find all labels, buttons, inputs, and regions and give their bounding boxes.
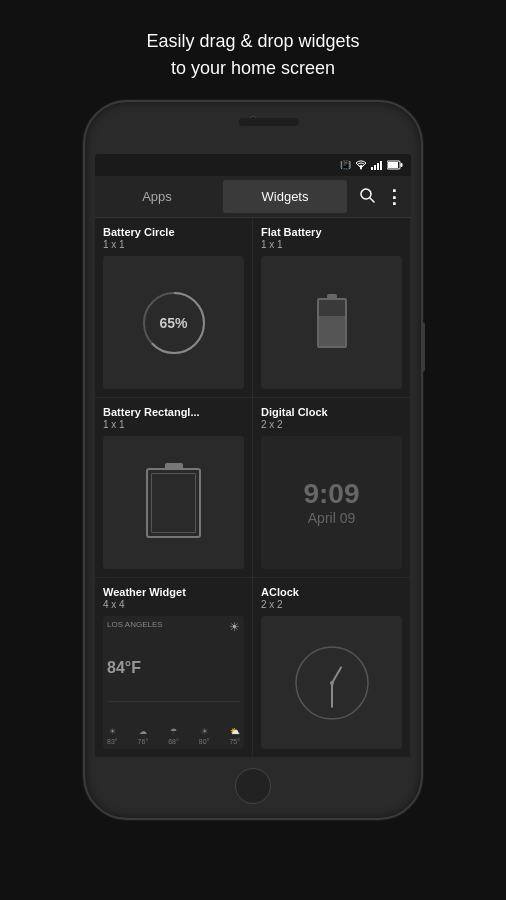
widget-preview-battery-circle[interactable]: 65%	[103, 256, 244, 389]
weather-day-sun: ☀ 83°	[107, 727, 118, 745]
tab-actions: ⋮	[351, 187, 411, 207]
tab-widgets-label: Widgets	[262, 189, 309, 204]
weather-day-wed: ☀ 80°	[199, 727, 210, 745]
svg-rect-1	[371, 167, 373, 170]
widget-name: Flat Battery	[261, 226, 402, 238]
more-options-icon[interactable]: ⋮	[385, 188, 403, 206]
tagline: Easily drag & drop widgets to your home …	[146, 28, 359, 82]
battery-rect-inner	[151, 473, 196, 533]
battery-rect-icon	[146, 468, 201, 538]
weather-day-icon: ☁	[139, 727, 147, 736]
battery-icon	[387, 160, 403, 170]
flat-battery-fill	[319, 316, 345, 346]
svg-point-0	[360, 168, 362, 170]
weather-day-icon: ☀	[109, 727, 116, 736]
search-icon[interactable]	[359, 187, 375, 207]
phone-screen: 📳	[95, 154, 411, 758]
widget-preview-battery-rect[interactable]	[103, 436, 244, 569]
tab-apps[interactable]: Apps	[95, 176, 219, 217]
weather-day-icon: ☀	[201, 727, 208, 736]
wifi-icon	[355, 160, 367, 170]
weather-day-mon: ☁ 76°	[138, 727, 149, 745]
widget-name: Digital Clock	[261, 406, 402, 418]
widget-cell-weather: Weather Widget 4 x 4 LOS ANGELES ☀ 84°F	[95, 578, 253, 758]
digital-clock-graphic: 9:09 April 09	[261, 436, 402, 569]
phone-body: 📳	[83, 100, 423, 820]
svg-rect-2	[374, 165, 376, 170]
weather-divider	[107, 701, 240, 702]
phone-home-button[interactable]	[235, 768, 271, 804]
weather-day-temp: 83°	[107, 738, 118, 745]
svg-rect-7	[388, 162, 398, 168]
vibrate-icon: 📳	[340, 160, 351, 170]
weather-day-thu: ⛅ 75°	[229, 727, 240, 745]
widget-name: Battery Rectangl...	[103, 406, 244, 418]
phone-device: 📳	[83, 100, 423, 820]
svg-rect-4	[380, 161, 382, 170]
weather-sun-icon: ☀	[229, 620, 240, 634]
weather-day-temp: 80°	[199, 738, 210, 745]
aclock-graphic	[292, 643, 372, 723]
widget-cell-aclock: AClock 2 x 2	[253, 578, 411, 758]
svg-line-13	[332, 667, 341, 683]
widget-cell-battery-circle: Battery Circle 1 x 1 65%	[95, 218, 253, 398]
widget-preview-flat-battery[interactable]	[261, 256, 402, 389]
weather-temp: 84°F	[107, 659, 240, 677]
widget-size: 1 x 1	[103, 419, 244, 430]
phone-side-button[interactable]	[421, 322, 425, 372]
widget-preview-digital-clock[interactable]: 9:09 April 09	[261, 436, 402, 569]
widget-preview-aclock[interactable]	[261, 616, 402, 749]
weather-day-temp: 76°	[138, 738, 149, 745]
weather-day-tue: ☂ 68°	[168, 727, 179, 745]
widget-grid: Battery Circle 1 x 1 65% F	[95, 218, 411, 758]
widget-size: 1 x 1	[103, 239, 244, 250]
weather-day-icon: ⛅	[230, 727, 240, 736]
widget-size: 4 x 4	[103, 599, 244, 610]
weather-graphic: LOS ANGELES ☀ 84°F ☀ 83°	[103, 616, 244, 749]
tab-widgets[interactable]: Widgets	[223, 180, 347, 213]
widget-cell-flat-battery: Flat Battery 1 x 1	[253, 218, 411, 398]
digital-clock-time: 9:09	[303, 480, 359, 508]
weather-top: LOS ANGELES ☀	[107, 620, 240, 634]
battery-circle-graphic: 65%	[139, 288, 209, 358]
widget-preview-weather[interactable]: LOS ANGELES ☀ 84°F ☀ 83°	[103, 616, 244, 749]
status-bar: 📳	[95, 154, 411, 176]
weather-location: LOS ANGELES	[107, 620, 163, 629]
battery-rect-graphic	[146, 468, 201, 538]
signal-bars-icon	[371, 160, 383, 170]
widget-size: 1 x 1	[261, 239, 402, 250]
tab-apps-label: Apps	[142, 189, 172, 204]
widget-size: 2 x 2	[261, 599, 402, 610]
svg-line-9	[370, 198, 374, 202]
tagline-line2: to your home screen	[171, 58, 335, 78]
weather-day-icon: ☂	[170, 727, 177, 736]
digital-clock-date: April 09	[308, 510, 355, 526]
widget-cell-battery-rect: Battery Rectangl... 1 x 1	[95, 398, 253, 578]
svg-point-15	[330, 681, 334, 685]
svg-rect-6	[401, 163, 403, 167]
widget-size: 2 x 2	[261, 419, 402, 430]
widget-cell-digital-clock: Digital Clock 2 x 2 9:09 April 09	[253, 398, 411, 578]
flat-battery-graphic	[317, 298, 347, 348]
widget-name: Weather Widget	[103, 586, 244, 598]
weather-forecast: ☀ 83° ☁ 76° ☂ 68°	[107, 727, 240, 745]
widget-name: AClock	[261, 586, 402, 598]
tab-bar: Apps Widgets ⋮	[95, 176, 411, 218]
phone-speaker	[239, 118, 299, 126]
svg-rect-3	[377, 163, 379, 170]
widget-name: Battery Circle	[103, 226, 244, 238]
weather-day-temp: 75°	[229, 738, 240, 745]
flat-battery-icon	[317, 298, 347, 348]
battery-circle-value: 65%	[159, 315, 187, 331]
tagline-line1: Easily drag & drop widgets	[146, 31, 359, 51]
weather-day-temp: 68°	[168, 738, 179, 745]
